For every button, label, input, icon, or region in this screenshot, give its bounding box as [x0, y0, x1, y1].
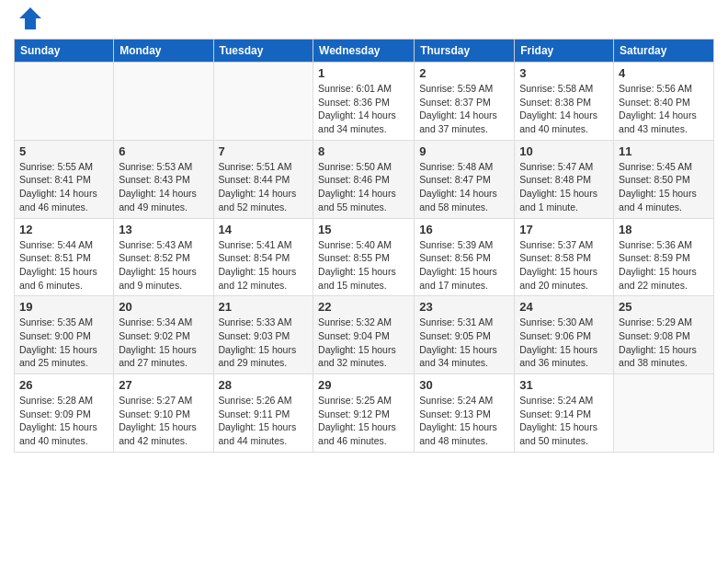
calendar-cell: 31Sunrise: 5:24 AM Sunset: 9:14 PM Dayli…: [515, 374, 614, 453]
calendar-cell: 25Sunrise: 5:29 AM Sunset: 9:08 PM Dayli…: [614, 296, 714, 374]
calendar-cell: 17Sunrise: 5:37 AM Sunset: 8:58 PM Dayli…: [515, 218, 614, 296]
weekday-header-thursday: Thursday: [415, 40, 515, 63]
day-info: Sunrise: 5:58 AM Sunset: 8:38 PM Dayligh…: [519, 82, 609, 136]
calendar-cell: 30Sunrise: 5:24 AM Sunset: 9:13 PM Dayli…: [415, 374, 515, 453]
calendar-cell: 15Sunrise: 5:40 AM Sunset: 8:55 PM Dayli…: [313, 218, 415, 296]
weekday-header-monday: Monday: [114, 40, 213, 63]
calendar-cell: 11Sunrise: 5:45 AM Sunset: 8:50 PM Dayli…: [614, 140, 714, 218]
day-info: Sunrise: 5:59 AM Sunset: 8:37 PM Dayligh…: [419, 82, 509, 136]
calendar-cell: 21Sunrise: 5:33 AM Sunset: 9:03 PM Dayli…: [213, 296, 313, 374]
day-number: 14: [219, 223, 309, 236]
day-number: 10: [519, 144, 609, 158]
calendar-cell: 8Sunrise: 5:50 AM Sunset: 8:46 PM Daylig…: [313, 140, 415, 218]
calendar-cell: 13Sunrise: 5:43 AM Sunset: 8:52 PM Dayli…: [114, 218, 213, 296]
calendar-cell: 22Sunrise: 5:32 AM Sunset: 9:04 PM Dayli…: [313, 296, 415, 374]
day-number: 18: [619, 223, 709, 236]
weekday-header-row: SundayMondayTuesdayWednesdayThursdayFrid…: [15, 40, 714, 63]
day-number: 6: [119, 144, 208, 158]
calendar-cell: [213, 63, 313, 141]
day-info: Sunrise: 5:33 AM Sunset: 9:03 PM Dayligh…: [219, 316, 309, 370]
day-number: 24: [519, 300, 609, 314]
svg-marker-0: [19, 7, 41, 29]
day-info: Sunrise: 5:44 AM Sunset: 8:51 PM Dayligh…: [19, 238, 108, 293]
day-number: 4: [619, 66, 709, 80]
day-info: Sunrise: 5:28 AM Sunset: 9:09 PM Dayligh…: [19, 394, 108, 448]
calendar-cell: 19Sunrise: 5:35 AM Sunset: 9:00 PM Dayli…: [15, 296, 114, 374]
logo-icon: [17, 6, 43, 31]
day-number: 9: [419, 144, 509, 158]
calendar-cell: 23Sunrise: 5:31 AM Sunset: 9:05 PM Dayli…: [415, 296, 515, 374]
calendar-cell: 9Sunrise: 5:48 AM Sunset: 8:47 PM Daylig…: [415, 140, 515, 218]
weekday-header-wednesday: Wednesday: [313, 40, 415, 63]
calendar-cell: 1Sunrise: 6:01 AM Sunset: 8:36 PM Daylig…: [313, 63, 415, 141]
calendar-cell: 12Sunrise: 5:44 AM Sunset: 8:51 PM Dayli…: [15, 218, 114, 296]
day-number: 25: [619, 300, 709, 314]
week-row-3: 12Sunrise: 5:44 AM Sunset: 8:51 PM Dayli…: [15, 218, 714, 296]
calendar-cell: 7Sunrise: 5:51 AM Sunset: 8:44 PM Daylig…: [213, 140, 313, 218]
calendar-cell: 26Sunrise: 5:28 AM Sunset: 9:09 PM Dayli…: [15, 374, 114, 453]
day-info: Sunrise: 5:26 AM Sunset: 9:11 PM Dayligh…: [219, 394, 309, 448]
day-info: Sunrise: 5:24 AM Sunset: 9:14 PM Dayligh…: [519, 394, 609, 448]
day-number: 2: [419, 66, 509, 80]
calendar-cell: 4Sunrise: 5:56 AM Sunset: 8:40 PM Daylig…: [614, 63, 714, 141]
day-info: Sunrise: 5:47 AM Sunset: 8:48 PM Dayligh…: [519, 160, 609, 214]
day-number: 11: [619, 144, 709, 158]
day-number: 15: [318, 223, 409, 236]
day-number: 3: [519, 66, 609, 80]
day-info: Sunrise: 5:37 AM Sunset: 8:58 PM Dayligh…: [519, 238, 609, 293]
week-row-5: 26Sunrise: 5:28 AM Sunset: 9:09 PM Dayli…: [15, 374, 714, 453]
day-number: 17: [519, 223, 609, 236]
day-number: 5: [19, 144, 108, 158]
day-number: 30: [419, 378, 509, 392]
day-number: 13: [119, 223, 208, 236]
day-info: Sunrise: 5:41 AM Sunset: 8:54 PM Dayligh…: [219, 238, 309, 293]
day-number: 27: [119, 378, 208, 392]
day-number: 19: [19, 300, 108, 314]
day-number: 1: [318, 66, 409, 80]
day-info: Sunrise: 5:53 AM Sunset: 8:43 PM Dayligh…: [119, 160, 208, 214]
day-info: Sunrise: 5:48 AM Sunset: 8:47 PM Dayligh…: [419, 160, 509, 214]
header: [14, 9, 714, 31]
day-info: Sunrise: 5:29 AM Sunset: 9:08 PM Dayligh…: [619, 316, 709, 370]
calendar-cell: 28Sunrise: 5:26 AM Sunset: 9:11 PM Dayli…: [213, 374, 313, 453]
week-row-4: 19Sunrise: 5:35 AM Sunset: 9:00 PM Dayli…: [15, 296, 714, 374]
day-info: Sunrise: 5:56 AM Sunset: 8:40 PM Dayligh…: [619, 82, 709, 136]
day-info: Sunrise: 5:55 AM Sunset: 8:41 PM Dayligh…: [19, 160, 108, 214]
day-info: Sunrise: 5:40 AM Sunset: 8:55 PM Dayligh…: [318, 238, 409, 293]
day-info: Sunrise: 5:27 AM Sunset: 9:10 PM Dayligh…: [119, 394, 208, 448]
calendar-cell: [15, 63, 114, 141]
day-number: 23: [419, 300, 509, 314]
day-number: 21: [219, 300, 309, 314]
calendar-cell: [114, 63, 213, 141]
day-info: Sunrise: 5:31 AM Sunset: 9:05 PM Dayligh…: [419, 316, 509, 370]
day-info: Sunrise: 5:34 AM Sunset: 9:02 PM Dayligh…: [119, 316, 208, 370]
weekday-header-friday: Friday: [515, 40, 614, 63]
weekday-header-sunday: Sunday: [15, 40, 114, 63]
day-info: Sunrise: 5:35 AM Sunset: 9:00 PM Dayligh…: [19, 316, 108, 370]
day-info: Sunrise: 5:51 AM Sunset: 8:44 PM Dayligh…: [219, 160, 309, 214]
calendar-cell: 10Sunrise: 5:47 AM Sunset: 8:48 PM Dayli…: [515, 140, 614, 218]
weekday-header-tuesday: Tuesday: [213, 40, 313, 63]
day-info: Sunrise: 5:45 AM Sunset: 8:50 PM Dayligh…: [619, 160, 709, 214]
day-number: 16: [419, 223, 509, 236]
week-row-2: 5Sunrise: 5:55 AM Sunset: 8:41 PM Daylig…: [15, 140, 714, 218]
calendar-cell: 5Sunrise: 5:55 AM Sunset: 8:41 PM Daylig…: [15, 140, 114, 218]
calendar-cell: 20Sunrise: 5:34 AM Sunset: 9:02 PM Dayli…: [114, 296, 213, 374]
day-info: Sunrise: 5:30 AM Sunset: 9:06 PM Dayligh…: [519, 316, 609, 370]
day-info: Sunrise: 5:25 AM Sunset: 9:12 PM Dayligh…: [318, 394, 409, 448]
day-number: 28: [219, 378, 309, 392]
calendar-cell: 3Sunrise: 5:58 AM Sunset: 8:38 PM Daylig…: [515, 63, 614, 141]
day-info: Sunrise: 5:32 AM Sunset: 9:04 PM Dayligh…: [318, 316, 409, 370]
calendar-cell: [614, 374, 714, 453]
day-info: Sunrise: 5:24 AM Sunset: 9:13 PM Dayligh…: [419, 394, 509, 448]
day-number: 8: [318, 144, 409, 158]
logo: [14, 9, 43, 31]
day-number: 7: [219, 144, 309, 158]
day-info: Sunrise: 5:39 AM Sunset: 8:56 PM Dayligh…: [419, 238, 509, 293]
day-info: Sunrise: 5:43 AM Sunset: 8:52 PM Dayligh…: [119, 238, 208, 293]
day-number: 20: [119, 300, 208, 314]
day-number: 31: [519, 378, 609, 392]
day-info: Sunrise: 5:50 AM Sunset: 8:46 PM Dayligh…: [318, 160, 409, 214]
day-number: 29: [318, 378, 409, 392]
page: SundayMondayTuesdayWednesdayThursdayFrid…: [0, 0, 728, 462]
